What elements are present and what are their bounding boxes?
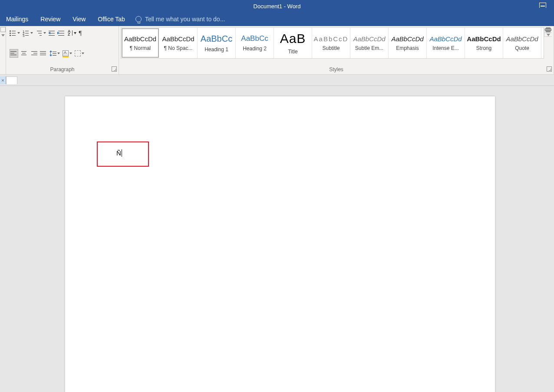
- tell-me-placeholder: Tell me what you want to do...: [145, 16, 225, 23]
- align-center-button[interactable]: [21, 49, 28, 58]
- document-text[interactable]: Ñ: [116, 149, 122, 157]
- justify-button[interactable]: [40, 49, 47, 58]
- style-preview: AaBbCcDd: [506, 35, 538, 43]
- style-name: Title: [288, 49, 297, 55]
- document-tab[interactable]: [6, 76, 17, 84]
- title-bar: Document1 - Word: [0, 0, 554, 12]
- style-name: Quote: [515, 45, 529, 51]
- style-title[interactable]: AaBTitle: [274, 28, 312, 58]
- chevron-down-icon: [57, 53, 60, 54]
- dialog-launcher-icon[interactable]: [547, 66, 552, 72]
- pilcrow-icon: ¶: [79, 30, 82, 37]
- increase-indent-button[interactable]: [58, 29, 65, 37]
- tell-me-search[interactable]: Tell me what you want to do...: [131, 16, 225, 23]
- style-preview: AaB: [280, 31, 306, 46]
- show-hide-paragraph-button[interactable]: ¶: [79, 29, 82, 37]
- shading-button[interactable]: [63, 49, 72, 58]
- sort-button[interactable]: AZ: [68, 29, 76, 37]
- tab-office-tab[interactable]: Office Tab: [92, 12, 131, 26]
- paragraph-group: 123 AZ: [6, 26, 119, 74]
- styles-group: AaBbCcDd¶ NormalAaBbCcDd¶ No Spac...AaBb…: [119, 26, 554, 74]
- style-name: Subtitle: [322, 45, 340, 51]
- styles-gallery-scroller: [544, 27, 552, 37]
- line-spacing-button[interactable]: [49, 49, 60, 58]
- document-tab-strip: ×: [0, 75, 554, 86]
- style-preview: AaBbCcDd: [124, 35, 156, 43]
- decrease-indent-button[interactable]: [49, 29, 56, 37]
- style-preview: AaBbCcDd: [162, 35, 194, 43]
- tab-mailings[interactable]: Mailings: [0, 12, 34, 26]
- dialog-launcher-icon[interactable]: [112, 66, 117, 72]
- style-preview: AaBbCcDd: [429, 35, 462, 43]
- style-name: ¶ No Spac...: [164, 45, 193, 51]
- ribbon-tabs: Mailings Review View Office Tab Tell me …: [0, 12, 554, 26]
- chevron-down-icon: [30, 32, 33, 34]
- ribbon-display-options-icon[interactable]: [539, 3, 546, 8]
- style--normal[interactable]: AaBbCcDd¶ Normal: [122, 28, 159, 58]
- group-label-paragraph: Paragraph: [6, 65, 119, 74]
- close-tab-button[interactable]: ×: [0, 76, 6, 84]
- style-heading-1[interactable]: AaBbCcHeading 1: [198, 28, 236, 58]
- style-heading-2[interactable]: AaBbCcHeading 2: [236, 28, 274, 58]
- shading-icon: [63, 50, 69, 56]
- style-quote[interactable]: AaBbCcDdQuote: [503, 28, 541, 58]
- style-preview: AaBbCcDd: [391, 35, 423, 43]
- styles-gallery: AaBbCcDd¶ NormalAaBbCcDd¶ No Spac...AaBb…: [121, 27, 544, 59]
- style-emphasis[interactable]: AaBbCcDdEmphasis: [389, 28, 427, 58]
- tab-review[interactable]: Review: [34, 12, 66, 26]
- chevron-down-icon[interactable]: [1, 34, 5, 36]
- borders-button[interactable]: [75, 49, 84, 58]
- annotation-box: [97, 142, 149, 167]
- align-right-button[interactable]: [30, 49, 37, 58]
- window-title: Document1 - Word: [254, 3, 301, 10]
- style-subtitle[interactable]: AaBbCcDSubtitle: [312, 28, 350, 58]
- style-name: Strong: [476, 45, 491, 51]
- tab-view[interactable]: View: [66, 12, 92, 26]
- style-name: ¶ Normal: [130, 45, 151, 51]
- clipboard-icon[interactable]: [0, 27, 6, 32]
- document-page[interactable]: Ñ: [65, 96, 495, 392]
- style-name: Subtle Em...: [355, 45, 383, 51]
- style-name: Emphasis: [396, 45, 419, 51]
- clipboard-group-sliver: [0, 26, 6, 74]
- style-preview: AaBbCc: [241, 34, 268, 43]
- style-preview: AaBbCcDd: [467, 35, 501, 43]
- group-label-styles: Styles: [119, 65, 554, 74]
- borders-icon: [75, 50, 81, 56]
- style-intense-e-[interactable]: AaBbCcDdIntense E...: [427, 28, 465, 58]
- chevron-down-icon: [69, 53, 72, 54]
- multilevel-list-button[interactable]: [36, 29, 46, 37]
- align-left-button[interactable]: [10, 49, 18, 58]
- group-label: [0, 65, 6, 74]
- style-strong[interactable]: AaBbCcDdStrong: [465, 28, 503, 58]
- chevron-down-icon: [82, 53, 84, 54]
- style--no-spac-[interactable]: AaBbCcDd¶ No Spac...: [159, 28, 198, 58]
- style-subtle-em-[interactable]: AaBbCcDdSubtle Em...: [350, 28, 389, 58]
- style-name: Intense E...: [432, 45, 459, 51]
- style-name: Heading 2: [243, 46, 267, 52]
- gallery-down-button[interactable]: [544, 30, 552, 33]
- document-area: × Ñ: [0, 75, 554, 392]
- ribbon: 123 AZ: [0, 26, 554, 75]
- style-preview: AaBbCcDd: [353, 35, 385, 43]
- numbering-button[interactable]: 123: [23, 29, 33, 37]
- chevron-down-icon: [17, 32, 20, 34]
- text-cursor: [122, 149, 122, 157]
- lightbulb-icon: [135, 16, 142, 22]
- chevron-down-icon: [43, 32, 46, 34]
- style-name: Heading 1: [204, 46, 228, 53]
- gallery-more-button[interactable]: [544, 33, 552, 37]
- bullets-button[interactable]: [10, 29, 20, 37]
- style-preview: AaBbCc: [201, 34, 232, 44]
- style-preview: AaBbCcD: [314, 35, 349, 43]
